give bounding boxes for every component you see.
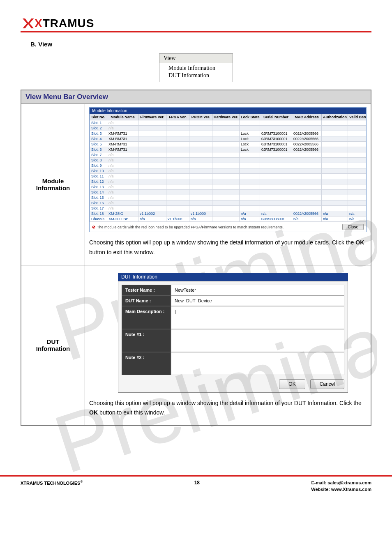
table-cell: [240, 184, 260, 190]
table-cell: n/a: [107, 195, 138, 200]
table-cell: [138, 131, 166, 136]
table-cell: Slot. 10: [90, 168, 107, 174]
table-cell: n/a: [260, 211, 292, 216]
table-cell: [189, 200, 212, 206]
table-cell: Slot. 17: [90, 206, 107, 211]
table-cell: Slot. 2: [90, 126, 107, 131]
table-cell: [348, 200, 366, 206]
table-cell: [212, 216, 240, 222]
table-cell: n/a: [138, 216, 166, 222]
footer-company-text: XTRAMUS TECHNOLOGIES: [21, 481, 80, 486]
table-cell: [166, 126, 189, 131]
dut-field-value[interactable]: New_DUT_Device: [171, 295, 344, 306]
close-button[interactable]: Close: [342, 224, 364, 230]
table-cell: [138, 200, 166, 206]
dut-field-value[interactable]: NewTester: [171, 285, 344, 295]
table-cell: [348, 158, 366, 163]
table-cell: XM-28IG: [107, 211, 138, 216]
dut-info-titlebar: DUT Information: [118, 273, 348, 281]
registered-icon: ®: [80, 480, 83, 484]
table-cell: [189, 158, 212, 163]
overview-row-dut-content: Preliminary DUT Information Tester Name …: [85, 265, 371, 426]
table-cell: Slot. 12: [90, 179, 107, 184]
table-cell: [166, 136, 189, 142]
module-info-titlebar: Module Information: [90, 108, 366, 114]
table-cell: [292, 190, 322, 195]
module-desc-post: button to exit this window.: [89, 249, 155, 256]
table-cell: [166, 168, 189, 174]
table-cell: [348, 120, 366, 126]
table-row: Slot. 7n/a: [90, 152, 366, 158]
view-menu-title[interactable]: View: [159, 54, 233, 63]
table-cell: [138, 142, 166, 147]
menu-item-module-info[interactable]: Module Information: [168, 64, 226, 72]
table-cell: [189, 179, 212, 184]
dut-desc-bold: OK: [89, 409, 98, 416]
table-cell: [348, 142, 366, 147]
table-cell: [166, 120, 189, 126]
table-cell: n/a: [107, 190, 138, 195]
module-info-window: Module Information Slot No. Module Name …: [89, 107, 367, 232]
table-cell: [189, 190, 212, 195]
col-lock: Lock State: [240, 114, 260, 120]
dut-field-value[interactable]: |: [171, 306, 344, 329]
table-cell: [240, 174, 260, 179]
module-info-footer-text: ⊘ The module cards with the red icon nee…: [92, 225, 284, 229]
table-cell: [260, 163, 292, 168]
table-cell: [212, 120, 240, 126]
table-cell: Chassis: [90, 216, 107, 222]
table-cell: [322, 179, 348, 184]
table-cell: [212, 168, 240, 174]
table-cell: [292, 126, 322, 131]
table-cell: [166, 206, 189, 211]
table-cell: [322, 190, 348, 195]
table-row: Slot. 16n/a: [90, 200, 366, 206]
table-row: Slot. 18XM-28IGv1.1b002v1.1b000n/an/a002…: [90, 211, 366, 216]
table-cell: [292, 120, 322, 126]
overview-row-module-content: Preliminary Module Information Slot No. …: [85, 104, 371, 265]
table-cell: [212, 142, 240, 147]
table-cell: XM-RM731: [107, 131, 138, 136]
table-cell: [322, 163, 348, 168]
table-cell: [166, 158, 189, 163]
table-cell: [212, 195, 240, 200]
table-cell: [138, 147, 166, 152]
table-cell: [322, 120, 348, 126]
table-cell: Slot. 15: [90, 195, 107, 200]
table-row: Slot. 4XM-RM731Lock0JRM731000010022A2005…: [90, 136, 366, 142]
table-row: Slot. 9n/a: [90, 163, 366, 168]
page-footer: XTRAMUS TECHNOLOGIES® 18 E-mail: sales@x…: [0, 475, 392, 505]
dut-field-label: DUT Name :: [122, 295, 171, 306]
table-cell: n/a: [107, 206, 138, 211]
dut-field-value[interactable]: [171, 329, 344, 352]
overview-row-module: ModuleInformation Preliminary Module Inf…: [21, 104, 371, 265]
table-cell: [322, 174, 348, 179]
table-cell: [260, 120, 292, 126]
brand-logo-rest: TRAMUS: [43, 17, 95, 30]
overview-row-module-label: ModuleInformation: [21, 104, 85, 265]
cancel-button[interactable]: Cancel: [310, 379, 344, 389]
table-cell: [322, 142, 348, 147]
menu-item-dut-info[interactable]: DUT Information: [168, 72, 226, 79]
table-cell: [348, 168, 366, 174]
footer-email: E-mail: sales@xtramus.com: [311, 480, 371, 486]
table-cell: Slot. 16: [90, 200, 107, 206]
table-cell: [212, 152, 240, 158]
table-cell: [322, 195, 348, 200]
table-cell: Slot. 5: [90, 142, 107, 147]
dut-field-value[interactable]: [171, 352, 344, 375]
ok-button[interactable]: OK: [279, 379, 305, 389]
table-cell: [260, 168, 292, 174]
table-cell: v1.1b001: [166, 216, 189, 222]
table-cell: n/a: [348, 216, 366, 222]
footer-website: Website: www.Xtramus.com: [311, 486, 371, 493]
table-cell: [260, 126, 292, 131]
table-cell: [138, 158, 166, 163]
table-cell: [189, 120, 212, 126]
table-cell: [240, 120, 260, 126]
table-cell: [240, 152, 260, 158]
table-cell: [189, 152, 212, 158]
table-cell: [189, 142, 212, 147]
table-cell: n/a: [107, 179, 138, 184]
table-cell: n/a: [240, 211, 260, 216]
